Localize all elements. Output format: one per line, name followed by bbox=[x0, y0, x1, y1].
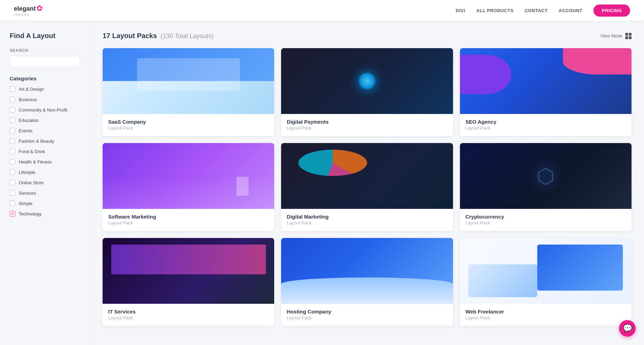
card-cryptocurrency[interactable]: Cryptocurrency Layout Pack bbox=[460, 143, 632, 231]
checkmark-icon: ✓ bbox=[11, 211, 14, 216]
category-checkbox-health[interactable] bbox=[10, 159, 15, 165]
nav-contact[interactable]: CONTACT bbox=[525, 8, 548, 13]
category-checkbox-simple[interactable] bbox=[10, 201, 15, 206]
category-item-simple[interactable]: Simple bbox=[10, 201, 80, 206]
card-subtitle-software-marketing: Layout Pack bbox=[108, 220, 269, 225]
category-label-health: Health & Fitness bbox=[19, 159, 52, 165]
card-title-seo-agency: SEO Agency bbox=[465, 119, 626, 125]
view-mode-control[interactable]: View Mode bbox=[600, 33, 632, 39]
category-label-online-store: Online Store bbox=[19, 180, 44, 185]
grid-view-icon bbox=[625, 33, 632, 39]
sidebar: Find A Layout Search Categories Art & De… bbox=[0, 21, 90, 345]
category-item-events[interactable]: Events bbox=[10, 128, 80, 133]
search-label: Search bbox=[10, 48, 80, 53]
card-hosting-company[interactable]: Hosting Company Layout Pack bbox=[281, 238, 453, 326]
category-item-business[interactable]: Business bbox=[10, 97, 80, 102]
card-title-it-services: IT Services bbox=[108, 309, 269, 315]
card-title-software-marketing: Software Marketing bbox=[108, 214, 269, 220]
content-area: 17 Layout Packs (130 Total Layouts) View… bbox=[90, 21, 644, 345]
card-digital-marketing[interactable]: Digital Marketing Layout Pack bbox=[281, 143, 453, 231]
category-checkbox-education[interactable] bbox=[10, 117, 15, 123]
card-info-software-marketing: Software Marketing Layout Pack bbox=[103, 209, 274, 231]
category-item-community[interactable]: Community & Non-Profit bbox=[10, 107, 80, 113]
category-checkbox-events[interactable] bbox=[10, 128, 15, 133]
card-info-saas-company: SaaS Company Layout Pack bbox=[103, 114, 274, 136]
category-checkbox-services[interactable] bbox=[10, 190, 15, 196]
layout-grid: SaaS Company Layout Pack Digital Payment… bbox=[103, 48, 632, 326]
category-label-fashion: Fashion & Beauty bbox=[19, 139, 54, 144]
card-software-marketing[interactable]: Software Marketing Layout Pack bbox=[103, 143, 274, 231]
card-thumb-digital-marketing bbox=[281, 143, 453, 209]
category-item-fashion[interactable]: Fashion & Beauty bbox=[10, 138, 80, 144]
category-item-health[interactable]: Health & Fitness bbox=[10, 159, 80, 165]
category-item-food[interactable]: Food & Drink bbox=[10, 149, 80, 154]
category-label-lifestyle: Lifestyle bbox=[19, 170, 35, 175]
card-thumb-digital-payments bbox=[281, 48, 453, 114]
category-label-education: Education bbox=[19, 118, 39, 123]
category-item-services[interactable]: Services bbox=[10, 190, 80, 196]
search-input[interactable] bbox=[10, 56, 80, 67]
header: elegant ✿ themes DIVI ALL PRODUCTS CONTA… bbox=[0, 0, 644, 21]
category-checkbox-business[interactable] bbox=[10, 97, 15, 102]
card-info-hosting-company: Hosting Company Layout Pack bbox=[281, 304, 453, 326]
category-label-food: Food & Drink bbox=[19, 149, 45, 154]
nav-all-products[interactable]: ALL PRODUCTS bbox=[476, 8, 514, 13]
category-checkbox-art-design[interactable] bbox=[10, 86, 15, 92]
card-thumb-seo-agency bbox=[460, 48, 632, 114]
categories-label: Categories bbox=[10, 76, 80, 81]
category-checkbox-lifestyle[interactable] bbox=[10, 169, 15, 175]
card-thumb-it-services bbox=[103, 238, 274, 304]
card-web-freelancer[interactable]: Web Freelancer Layout Pack bbox=[460, 238, 632, 326]
content-header: 17 Layout Packs (130 Total Layouts) View… bbox=[103, 32, 632, 40]
category-item-art-design[interactable]: Art & Design bbox=[10, 86, 80, 92]
category-label-services: Services bbox=[19, 191, 36, 196]
chat-bubble-button[interactable]: 💬 bbox=[619, 320, 636, 337]
card-it-services[interactable]: IT Services Layout Pack bbox=[103, 238, 274, 326]
card-image-web-freelancer bbox=[460, 238, 632, 304]
card-thumb-web-freelancer bbox=[460, 238, 632, 304]
category-checkbox-online-store[interactable] bbox=[10, 180, 15, 185]
category-item-technology[interactable]: ✓ Technology bbox=[10, 211, 80, 216]
card-digital-payments[interactable]: Digital Payments Layout Pack bbox=[281, 48, 453, 136]
category-label-art-design: Art & Design bbox=[19, 87, 44, 92]
nav-account[interactable]: ACCOUNT bbox=[559, 8, 583, 13]
results-count-label: 17 Layout Packs bbox=[103, 32, 157, 39]
logo-flower-icon: ✿ bbox=[36, 4, 43, 12]
results-total: (130 Total Layouts) bbox=[160, 33, 214, 39]
card-info-seo-agency: SEO Agency Layout Pack bbox=[460, 114, 632, 136]
card-thumb-hosting-company bbox=[281, 238, 453, 304]
card-title-digital-payments: Digital Payments bbox=[287, 119, 447, 125]
category-item-online-store[interactable]: Online Store bbox=[10, 180, 80, 185]
card-seo-agency[interactable]: SEO Agency Layout Pack bbox=[460, 48, 632, 136]
card-title-web-freelancer: Web Freelancer bbox=[465, 309, 626, 315]
category-checkbox-technology[interactable]: ✓ bbox=[10, 211, 15, 216]
card-thumb-software-marketing bbox=[103, 143, 274, 209]
card-title-cryptocurrency: Cryptocurrency bbox=[465, 214, 626, 220]
category-checkbox-food[interactable] bbox=[10, 149, 15, 154]
card-subtitle-web-freelancer: Layout Pack bbox=[465, 315, 626, 320]
card-image-cryptocurrency bbox=[460, 143, 632, 209]
view-mode-label: View Mode bbox=[600, 33, 623, 38]
card-title-digital-marketing: Digital Marketing bbox=[287, 214, 447, 220]
logo-sub: themes bbox=[14, 13, 29, 17]
card-image-seo-agency bbox=[460, 48, 632, 114]
card-info-it-services: IT Services Layout Pack bbox=[103, 304, 274, 326]
category-checkbox-fashion[interactable] bbox=[10, 138, 15, 144]
sidebar-title: Find A Layout bbox=[10, 32, 80, 40]
nav-divi[interactable]: DIVI bbox=[456, 8, 465, 13]
logo[interactable]: elegant ✿ themes bbox=[14, 4, 43, 16]
card-info-cryptocurrency: Cryptocurrency Layout Pack bbox=[460, 209, 632, 231]
card-saas-company[interactable]: SaaS Company Layout Pack bbox=[103, 48, 274, 136]
category-item-education[interactable]: Education bbox=[10, 117, 80, 123]
pricing-button[interactable]: PRICING bbox=[593, 5, 630, 17]
category-checkbox-community[interactable] bbox=[10, 107, 15, 113]
card-image-hosting-company bbox=[281, 238, 453, 304]
card-subtitle-it-services: Layout Pack bbox=[108, 315, 269, 320]
chat-icon: 💬 bbox=[623, 324, 632, 333]
card-subtitle-cryptocurrency: Layout Pack bbox=[465, 220, 626, 225]
category-label-business: Business bbox=[19, 97, 37, 102]
category-item-lifestyle[interactable]: Lifestyle bbox=[10, 169, 80, 175]
card-title-saas-company: SaaS Company bbox=[108, 119, 269, 125]
category-label-community: Community & Non-Profit bbox=[19, 107, 67, 113]
card-thumb-saas-company bbox=[103, 48, 274, 114]
